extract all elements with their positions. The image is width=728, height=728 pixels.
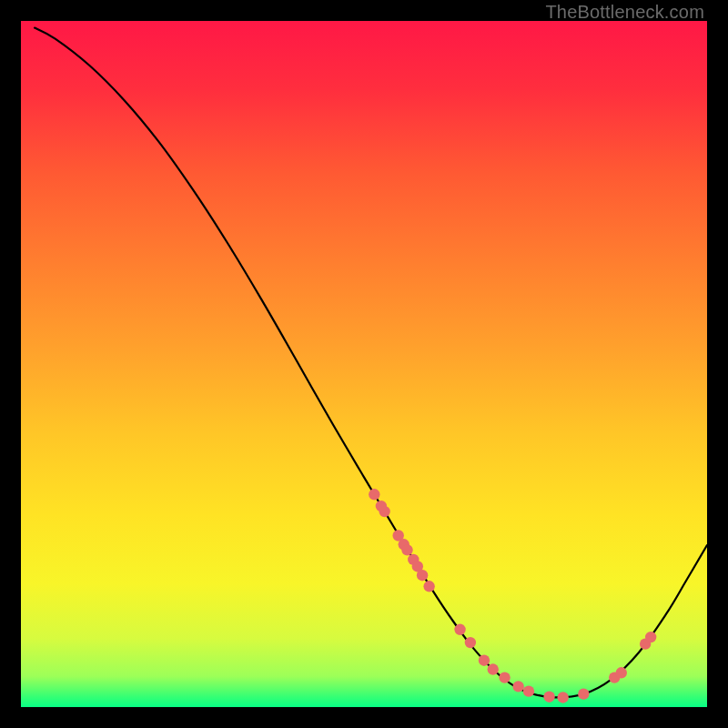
sample-point <box>379 506 389 517</box>
sample-point <box>488 663 499 674</box>
watermark-text: TheBottleneck.com <box>545 2 704 23</box>
sample-point <box>645 632 656 642</box>
bottleneck-chart <box>21 21 707 707</box>
sample-point <box>499 672 510 682</box>
gradient-background <box>21 21 707 707</box>
sample-point <box>465 637 476 648</box>
sample-point <box>512 681 523 692</box>
sample-point <box>543 691 554 702</box>
sample-point <box>401 544 412 555</box>
sample-point <box>479 655 490 666</box>
sample-point <box>369 489 379 500</box>
sample-point <box>423 581 434 592</box>
sample-point <box>557 692 568 703</box>
sample-point <box>523 685 534 696</box>
chart-frame <box>21 21 707 707</box>
sample-point <box>417 570 428 581</box>
sample-point <box>578 688 589 699</box>
sample-point <box>616 667 627 678</box>
sample-point <box>454 624 465 635</box>
